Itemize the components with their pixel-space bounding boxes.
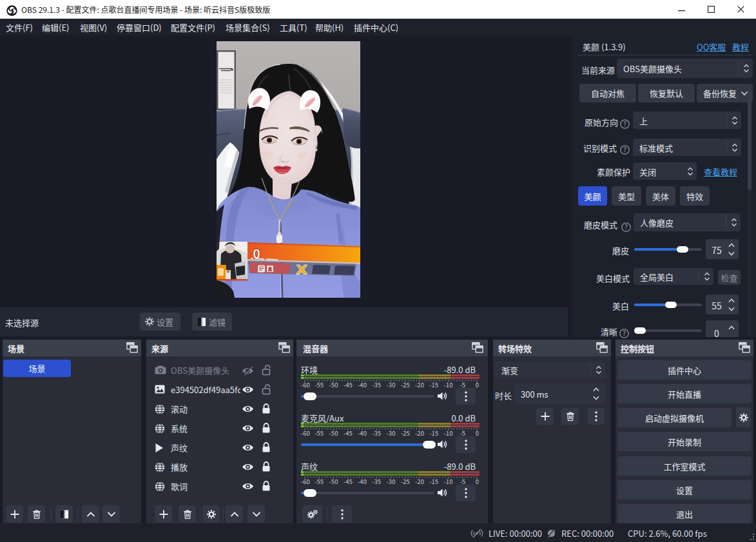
svg-text:-15: -15 — [429, 380, 438, 389]
svg-text:-25: -25 — [401, 429, 410, 437]
svg-text:-35: -35 — [372, 477, 381, 485]
svg-text:-35: -35 — [372, 380, 381, 389]
svg-text:?: ? — [623, 119, 626, 128]
svg-text:-20: -20 — [415, 380, 424, 389]
svg-text:-45: -45 — [344, 477, 353, 485]
svg-text:?: ? — [625, 222, 628, 231]
svg-text:-40: -40 — [358, 380, 367, 389]
svg-text:-40: -40 — [358, 429, 367, 437]
svg-text:-35: -35 — [372, 429, 381, 437]
svg-text:-30: -30 — [387, 429, 396, 437]
svg-text:-25: -25 — [401, 477, 410, 485]
svg-text:-30: -30 — [387, 380, 396, 389]
svg-text:-25: -25 — [401, 380, 410, 389]
svg-text:-40: -40 — [358, 477, 367, 485]
svg-text:-55: -55 — [315, 477, 324, 485]
svg-text:-10: -10 — [444, 380, 453, 389]
svg-text:-60: -60 — [301, 429, 310, 437]
svg-text:0: 0 — [476, 380, 479, 389]
svg-text:-30: -30 — [387, 477, 396, 485]
svg-text:-15: -15 — [429, 429, 438, 437]
svg-text:-15: -15 — [429, 477, 438, 485]
svg-text:-55: -55 — [315, 380, 324, 389]
svg-text:-50: -50 — [329, 380, 338, 389]
svg-text:0: 0 — [476, 477, 479, 485]
svg-text:?: ? — [623, 329, 626, 338]
svg-text:-50: -50 — [329, 429, 338, 437]
svg-text:-20: -20 — [415, 429, 424, 437]
svg-text:0: 0 — [476, 429, 479, 437]
svg-text:-10: -10 — [444, 429, 453, 437]
svg-text:-20: -20 — [415, 477, 424, 485]
svg-text:-10: -10 — [444, 477, 453, 485]
svg-text:-50: -50 — [329, 477, 338, 485]
svg-text:-45: -45 — [344, 380, 353, 389]
svg-text:?: ? — [623, 145, 626, 154]
svg-text:-60: -60 — [301, 477, 310, 485]
svg-text:-55: -55 — [315, 429, 324, 437]
svg-text:-60: -60 — [301, 380, 310, 389]
svg-text:-45: -45 — [344, 429, 353, 437]
